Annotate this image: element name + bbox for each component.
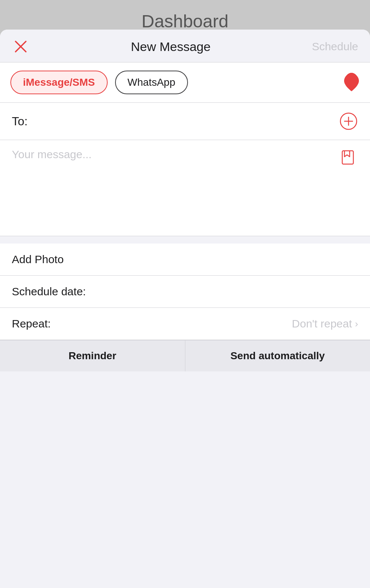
to-field-row: To: — [0, 103, 370, 140]
add-recipient-icon — [340, 112, 357, 130]
close-button[interactable] — [12, 38, 30, 55]
repeat-row[interactable]: Repeat: Don't repeat › — [0, 308, 370, 340]
imessage-sms-button[interactable]: iMessage/SMS — [10, 71, 108, 94]
schedule-date-row[interactable]: Schedule date: — [0, 276, 370, 308]
schedule-button[interactable]: Schedule — [312, 40, 358, 53]
type-selector: iMessage/SMS WhatsApp — [0, 62, 370, 103]
options-section: Add Photo Schedule date: Repeat: Don't r… — [0, 244, 370, 340]
signal-icon — [343, 73, 360, 92]
message-area: Your message... — [0, 140, 370, 236]
schedule-date-label: Schedule date: — [12, 285, 86, 298]
add-recipient-button[interactable] — [339, 112, 358, 131]
chevron-right-icon: › — [355, 318, 358, 330]
repeat-label: Repeat: — [12, 317, 51, 330]
to-label: To: — [12, 115, 28, 128]
background-title: Dashboard — [0, 0, 370, 31]
whatsapp-button[interactable]: WhatsApp — [115, 71, 188, 94]
send-automatically-button[interactable]: Send automatically — [185, 340, 370, 371]
add-photo-row[interactable]: Add Photo — [0, 244, 370, 276]
close-icon — [14, 40, 27, 53]
modal-title: New Message — [131, 40, 211, 54]
template-button[interactable] — [339, 148, 358, 167]
modal-header: New Message Schedule — [0, 30, 370, 62]
template-icon — [340, 149, 357, 166]
repeat-value: Don't repeat — [292, 317, 352, 330]
add-photo-label: Add Photo — [12, 253, 64, 266]
message-placeholder: Your message... — [12, 148, 92, 161]
modal-sheet: New Message Schedule iMessage/SMS WhatsA… — [0, 30, 370, 588]
reminder-button[interactable]: Reminder — [0, 340, 185, 371]
repeat-value-container: Don't repeat › — [292, 317, 358, 330]
bottom-buttons: Reminder Send automatically — [0, 340, 370, 371]
